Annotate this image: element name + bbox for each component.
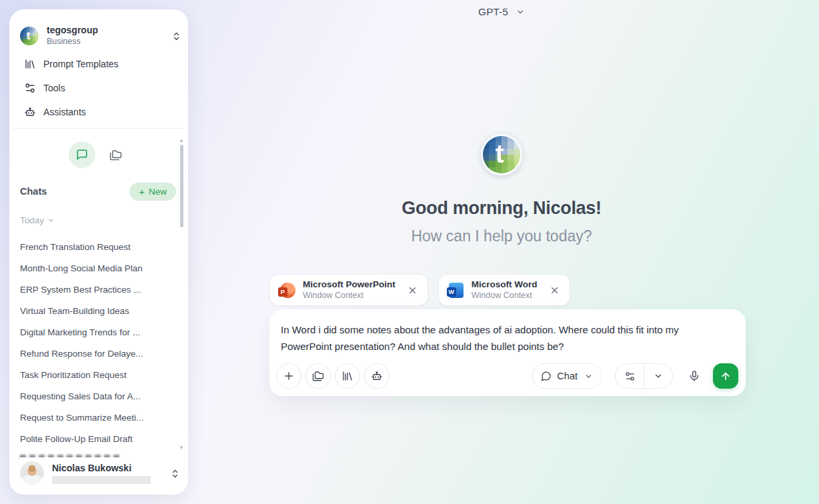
chip-title: Microsoft PowerPoint [303, 279, 395, 290]
sidebar-item-assistants[interactable]: Assistants [20, 100, 180, 124]
chip-subtitle: Window Context [303, 291, 395, 301]
sidebar-item-tools[interactable]: Tools [20, 76, 180, 100]
new-chat-button[interactable]: + New [129, 183, 176, 201]
chat-list-item[interactable]: Month-Long Social Media Plan [20, 257, 180, 279]
send-button[interactable] [713, 363, 738, 389]
chat-bubble-icon [541, 371, 552, 381]
sidebar-item-label: Tools [43, 83, 65, 93]
context-chip-word[interactable]: W Microsoft Word Window Context [438, 274, 570, 306]
chevrons-up-down-icon[interactable] [170, 469, 180, 479]
workspace-logo: t [20, 27, 39, 45]
chevrons-up-down-icon[interactable] [171, 31, 181, 41]
app-background: t tegosgroup Business Prompt Templates [0, 0, 819, 504]
plus-icon: + [139, 187, 145, 197]
library-icon [341, 370, 353, 382]
sidebar: t tegosgroup Business Prompt Templates [9, 9, 188, 495]
chats-view-button[interactable] [69, 141, 95, 168]
word-icon: W [447, 281, 465, 299]
sidebar-item-label: Assistants [43, 107, 86, 117]
folders-icon [109, 149, 122, 161]
robot-icon [24, 106, 36, 118]
logo-letter: t [483, 136, 520, 173]
chat-list-item[interactable]: Virtual Team-Building Ideas [20, 300, 180, 321]
sidebar-scrollbar[interactable] [180, 145, 183, 227]
mode-label: Chat [557, 371, 578, 381]
mic-button[interactable] [682, 363, 706, 389]
chat-list-item[interactable]: Requesting Sales Data for A... [20, 385, 180, 407]
logo-letter: t [20, 27, 39, 45]
chat-list-item[interactable]: ERP System Best Practices ... [20, 279, 180, 300]
chat-list-item[interactable]: Digital Marketing Trends for ... [20, 321, 180, 343]
greeting-title: Good morning, Nicolas! [184, 198, 819, 219]
folders-button[interactable] [305, 363, 331, 389]
chats-title: Chats [20, 186, 47, 197]
sliders-icon [624, 371, 636, 382]
chats-header: Chats + New [20, 182, 176, 201]
chat-list-item[interactable]: Refund Response for Delaye... [20, 343, 180, 364]
sidebar-item-prompt-templates[interactable]: Prompt Templates [20, 52, 180, 76]
plus-icon [283, 370, 295, 382]
close-icon[interactable] [548, 283, 562, 297]
model-selector[interactable]: GPT-5 [478, 6, 525, 18]
model-name: GPT-5 [478, 6, 508, 18]
composer-toolbar: Chat [276, 363, 738, 389]
avatar [20, 461, 44, 485]
chat-group-today[interactable]: Today [20, 215, 55, 225]
profile-row[interactable]: Nicolas Bukowski [20, 457, 180, 489]
chevron-down-icon [47, 217, 55, 224]
options-split-button [615, 363, 673, 389]
options-dropdown-button[interactable] [644, 364, 672, 388]
attach-button[interactable] [276, 363, 301, 389]
workspace-switcher[interactable]: t tegosgroup Business [20, 21, 181, 51]
mode-selector[interactable]: Chat [532, 363, 602, 389]
brand-logo: t [481, 134, 522, 175]
powerpoint-icon: P [278, 281, 296, 299]
context-chip-powerpoint[interactable]: P Microsoft PowerPoint Window Context [269, 274, 428, 306]
sidebar-item-label: Prompt Templates [43, 59, 119, 69]
chevron-down-icon [654, 371, 663, 381]
robot-icon [371, 370, 383, 382]
assistants-button[interactable] [364, 363, 389, 389]
chevron-down-icon [516, 7, 525, 17]
chevron-down-icon [584, 372, 593, 381]
composer: In Word i did some notes about the advan… [269, 309, 746, 396]
close-icon[interactable] [406, 283, 420, 297]
sliders-icon [24, 82, 36, 94]
message-input[interactable]: In Word i did some notes about the advan… [281, 321, 732, 355]
microphone-icon [688, 370, 700, 382]
library-icon [24, 58, 36, 70]
chat-list-item[interactable]: French Translation Request [20, 236, 180, 257]
sidebar-divider [13, 128, 184, 129]
chat-list-item[interactable]: Task Prioritization Request [20, 364, 180, 385]
prompt-templates-button[interactable] [335, 363, 360, 389]
chip-title: Microsoft Word [472, 279, 538, 290]
profile-email-redacted [52, 476, 151, 484]
context-chips: P Microsoft PowerPoint Window Context W … [269, 274, 570, 306]
settings-sliders-button[interactable] [616, 364, 644, 388]
chat-bubble-icon [76, 149, 88, 161]
arrow-up-icon [720, 370, 732, 382]
workspace-plan: Business [47, 37, 98, 47]
folders-icon [312, 370, 324, 382]
chip-subtitle: Window Context [472, 291, 538, 301]
folders-view-button[interactable] [105, 141, 126, 168]
workspace-name: tegosgroup [47, 25, 98, 37]
chat-list-item[interactable]: Request to Summarize Meeti... [20, 407, 180, 428]
profile-name: Nicolas Bukowski [52, 463, 151, 473]
scroll-up-arrow[interactable]: ▲ [179, 137, 184, 143]
chat-list-item[interactable]: Polite Follow-Up Email Draft [20, 428, 180, 449]
chat-list: French Translation RequestMonth-Long Soc… [20, 236, 180, 449]
sidebar-menu: Prompt Templates Tools Assistants [20, 52, 180, 124]
view-toggle [69, 141, 126, 168]
main-area: GPT-5 t Good morning, Nicolas! How can I… [184, 0, 819, 504]
greeting-subtitle: How can I help you today? [184, 227, 819, 245]
